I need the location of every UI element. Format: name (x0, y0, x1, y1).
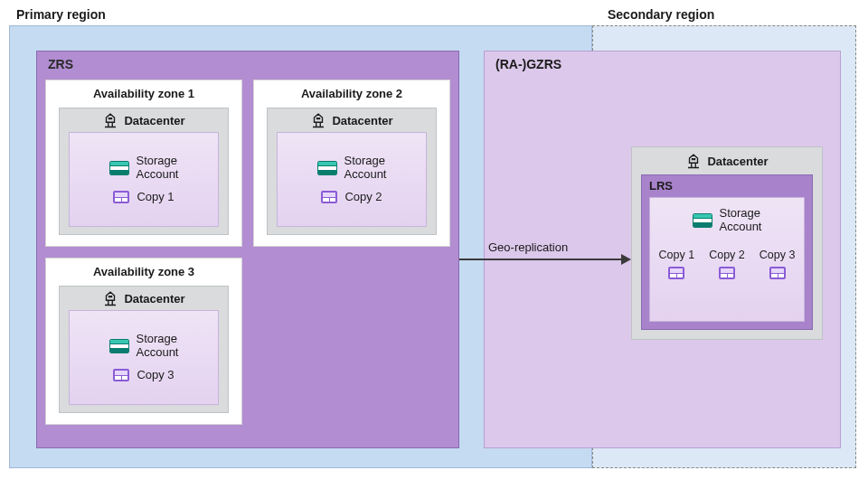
az1-datacenter: Datacenter Storage Account Copy 1 (59, 108, 229, 235)
storage-icon (317, 161, 337, 175)
datacenter-icon (685, 153, 702, 169)
availability-zone-3: Availability zone 3 Datacenter Storage A… (45, 258, 242, 425)
secondary-copy-1: Copy 1 (659, 249, 695, 279)
az3-datacenter: Datacenter Storage Account Copy 3 (59, 286, 229, 413)
primary-region-title: Primary region (16, 7, 106, 22)
copy-icon (668, 267, 684, 279)
lrs-box: LRS Storage Account Copy 1 Copy 2 (641, 174, 813, 330)
az3-datacenter-title: Datacenter (60, 287, 228, 306)
lrs-inner: Storage Account Copy 1 Copy 2 Copy 3 (649, 197, 805, 322)
secondary-copy-3: Copy 3 (760, 249, 796, 279)
geo-replication-label: Geo-replication (488, 240, 568, 254)
availability-zone-1: Availability zone 1 Datacenter Storage A… (45, 80, 242, 247)
gzrs-label: (RA-)GZRS (495, 57, 561, 71)
az2-datacenter: Datacenter Storage Account Copy 2 (267, 108, 437, 235)
az3-copy: Copy 3 (113, 369, 174, 382)
storage-icon (109, 339, 129, 353)
storage-icon (693, 213, 712, 228)
az1-title: Availability zone 1 (46, 80, 241, 100)
geo-replication-arrow-head (621, 254, 631, 265)
az1-datacenter-title: Datacenter (60, 108, 228, 128)
secondary-copy-2: Copy 2 (709, 249, 745, 279)
az2-copy: Copy 2 (321, 191, 382, 204)
az1-storage-account: Storage Account (109, 155, 179, 182)
az3-dc-inner: Storage Account Copy 3 (69, 310, 219, 405)
copy-icon (113, 369, 129, 381)
secondary-region-title: Secondary region (608, 7, 714, 22)
geo-replication-arrow-line (459, 259, 624, 260)
az1-copy: Copy 1 (113, 191, 174, 204)
secondary-copies-row: Copy 1 Copy 2 Copy 3 (659, 249, 796, 279)
secondary-datacenter-title: Datacenter (632, 147, 822, 169)
secondary-datacenter: Datacenter LRS Storage Account Copy 1 Co… (631, 146, 823, 340)
copy-icon (113, 191, 129, 203)
az3-storage-account: Storage Account (109, 333, 179, 360)
az2-datacenter-title: Datacenter (268, 108, 436, 128)
az2-storage-account: Storage Account (317, 155, 387, 182)
lrs-label: LRS (649, 179, 673, 193)
az2-title: Availability zone 2 (254, 80, 449, 100)
secondary-storage-account: Storage Account (693, 207, 762, 234)
az1-dc-inner: Storage Account Copy 1 (69, 132, 219, 227)
az2-dc-inner: Storage Account Copy 2 (277, 132, 427, 227)
datacenter-icon (102, 112, 118, 128)
zrs-label: ZRS (48, 57, 73, 71)
az3-title: Availability zone 3 (46, 259, 241, 278)
copy-icon (719, 267, 735, 279)
availability-zone-2: Availability zone 2 Datacenter Storage A… (253, 80, 450, 247)
storage-icon (109, 161, 129, 175)
datacenter-icon (310, 112, 326, 128)
copy-icon (321, 191, 337, 203)
diagram-root: Primary region Secondary region (RA-)GZR… (0, 0, 868, 489)
datacenter-icon (102, 290, 118, 306)
copy-icon (769, 267, 786, 279)
